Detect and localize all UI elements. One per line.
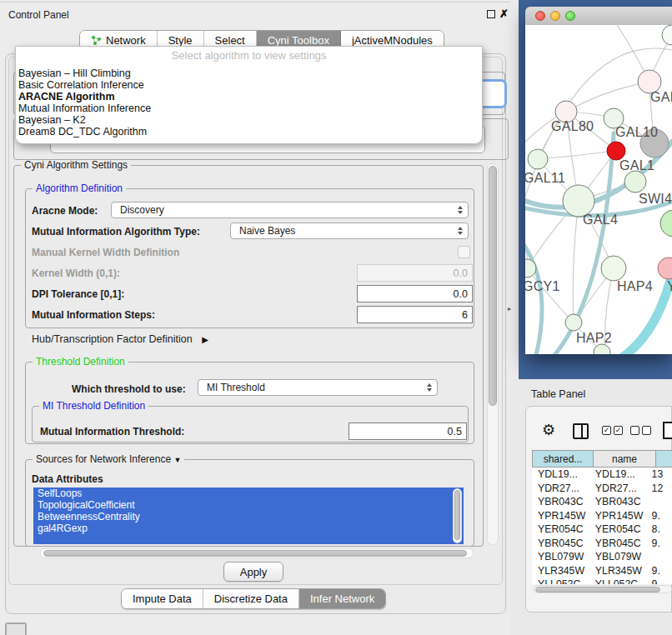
table-row[interactable]: YDL19... YDL19... 13 [532, 468, 672, 482]
tab-impute-data[interactable]: Impute Data [122, 589, 203, 608]
combo-spinner-icon [458, 206, 463, 214]
node-gal11[interactable] [528, 149, 548, 169]
aracne-mode-combobox[interactable]: Discovery [111, 202, 469, 218]
which-threshold-combobox[interactable]: MI Threshold [198, 379, 438, 396]
attributes-vscrollbar[interactable] [453, 488, 462, 543]
table-hscrollbar[interactable] [533, 585, 672, 593]
algorithm-dropdown-placeholder: Select algorithm to view settings [16, 49, 482, 62]
attribute-item[interactable]: gal4RGexp [33, 522, 464, 534]
network-window-titlebar[interactable] [525, 7, 672, 26]
float-panel-button[interactable] [487, 10, 495, 18]
kernel-width-label: Kernel Width (0,1): [32, 268, 120, 279]
kernel-width-field[interactable]: 0.0 [357, 264, 473, 282]
tab-network-label: Network [106, 34, 146, 47]
manual-kernel-width-checkbox[interactable] [458, 246, 470, 258]
mi-algorithm-type-combobox[interactable]: Naive Bayes [230, 222, 469, 239]
threshold-definition-title: Threshold Definition [33, 356, 128, 368]
dropdown-item[interactable]: Bayesian – K2 [18, 115, 86, 126]
combo-spinner-icon [458, 227, 463, 235]
node-swi4[interactable] [624, 171, 646, 192]
table-row[interactable]: YBL079W YBL079W [532, 550, 672, 564]
column-header-partial[interactable] [656, 450, 672, 468]
node-label: GAL1 [619, 158, 654, 173]
attributes-vscrollbar-thumb[interactable] [454, 490, 460, 540]
deselect-all-checkbox-icon[interactable] [642, 426, 651, 435]
node-label: GAL10 [615, 125, 658, 140]
table-header: shared... name [532, 450, 672, 468]
bottom-tabbar: Impute Data Discretize Data Infer Networ… [121, 588, 386, 609]
node-gal1[interactable] [607, 142, 625, 160]
network-view-window: GAL GAL80 GAL10 GAL1 GAL11 SWI4 GAL4 GCY… [525, 7, 672, 354]
attribute-item[interactable]: SelfLoops [33, 488, 464, 499]
node-label: GAL [650, 90, 672, 105]
network-graph [525, 25, 672, 354]
table-row[interactable]: YPR145W YPR145W 9. [532, 509, 672, 523]
node-partial-right[interactable] [660, 210, 672, 237]
table-body: YDL19... YDL19... 13 YDR27... YDR27... 1… [532, 468, 672, 584]
algorithm-dropdown-popup: Select algorithm to view settings Bayesi… [15, 46, 483, 144]
mi-steps-field[interactable]: 6 [357, 306, 473, 323]
column-header-shared-name[interactable]: shared... [532, 450, 594, 468]
table-row[interactable]: YLR345W YLR345W 9. [532, 564, 672, 578]
node-hap4[interactable] [601, 256, 626, 281]
attribute-item-partial[interactable] [33, 534, 464, 544]
attribute-item[interactable]: BetweennessCentrality [33, 511, 464, 522]
dpi-tolerance-field[interactable]: 0.0 [357, 285, 473, 302]
node-label: GAL11 [525, 171, 565, 186]
algorithm-definition-title: Algorithm Definition [33, 182, 126, 194]
node-y[interactable] [658, 258, 672, 279]
table-hscrollbar-thumb[interactable] [535, 587, 660, 592]
table-row[interactable]: YER054C YER054C 8. [532, 522, 672, 537]
mi-threshold-field[interactable]: 0.5 [349, 422, 467, 440]
settings-hscrollbar[interactable] [40, 548, 474, 558]
network-icon [91, 35, 102, 46]
which-threshold-label: Which threshold to use: [72, 383, 186, 395]
tab-infer-network[interactable]: Infer Network [299, 589, 385, 608]
apply-button[interactable]: Apply [223, 562, 283, 582]
settings-vscrollbar-thumb[interactable] [489, 166, 497, 406]
combo-spinner-icon [427, 383, 432, 392]
dropdown-item[interactable]: Basic Correlation Inference [18, 80, 144, 91]
table-row[interactable]: YBR043C YBR043C [532, 495, 672, 509]
table-row[interactable]: YDR27... YDR27... 12 [532, 482, 672, 496]
attribute-item[interactable]: TopologicalCoefficient [33, 499, 464, 511]
node-label: SWI4 [639, 192, 672, 207]
column-layout-icon[interactable] [573, 423, 589, 439]
dropdown-item[interactable]: Mutual Information Inference [18, 103, 151, 114]
node-partial-top[interactable] [662, 25, 672, 45]
data-attributes-list: SelfLoops TopologicalCoefficient Between… [33, 488, 464, 544]
dropdown-item[interactable]: Bayesian – Hill Climbing [18, 68, 131, 79]
network-canvas[interactable]: GAL GAL80 GAL10 GAL1 GAL11 SWI4 GAL4 GCY… [525, 25, 672, 354]
table-row[interactable]: YBR045C YBR045C 9. [532, 537, 672, 551]
close-panel-icon[interactable]: ✗ [499, 8, 509, 19]
mi-threshold-definition-title: MI Threshold Definition [39, 400, 148, 412]
cyni-algorithm-settings-title: Cyni Algorithm Settings [21, 159, 131, 171]
table-row[interactable]: YLL052C YLL052C 9. [532, 578, 672, 584]
column-header-name[interactable]: name [594, 450, 656, 468]
deselect-all-checkbox-icon[interactable] [630, 426, 639, 435]
zoom-window-button[interactable] [565, 11, 575, 21]
top-divider [0, 2, 510, 2]
select-all-checkbox-icon[interactable]: ✓ [602, 426, 611, 435]
node-label: HAP4 [617, 279, 653, 294]
mi-steps-label: Mutual Information Steps: [32, 309, 155, 321]
expander-expanded-icon[interactable]: ▼ [173, 456, 181, 464]
tab-discretize-data[interactable]: Discretize Data [203, 589, 299, 608]
minimize-window-button[interactable] [550, 11, 560, 21]
table-panel-title: Table Panel [531, 388, 585, 400]
settings-hscrollbar-thumb[interactable] [43, 550, 467, 557]
gear-icon[interactable]: ⚙ [542, 422, 555, 438]
node-label: GAL80 [551, 119, 594, 134]
panel-resize-handle[interactable]: ▸ [508, 305, 511, 312]
hub-definition-expander[interactable]: Hub/Transcription Factor Definition ▶ [32, 333, 208, 345]
close-window-button[interactable] [535, 11, 545, 21]
dpi-tolerance-label: DPI Tolerance [0,1]: [32, 288, 124, 300]
dropdown-item-selected[interactable]: ARACNE Algorithm [18, 92, 115, 102]
select-all-checkbox-icon[interactable]: ✓ [614, 426, 623, 435]
node-hap2[interactable] [565, 314, 582, 331]
mi-algorithm-type-label: Mutual Information Algorithm Type: [32, 226, 200, 238]
settings-vscrollbar[interactable] [487, 163, 499, 545]
dropdown-item[interactable]: Dream8 DC_TDC Algorithm [18, 127, 147, 138]
minimized-panel-icon[interactable] [5, 622, 27, 635]
export-table-icon[interactable] [663, 422, 672, 439]
